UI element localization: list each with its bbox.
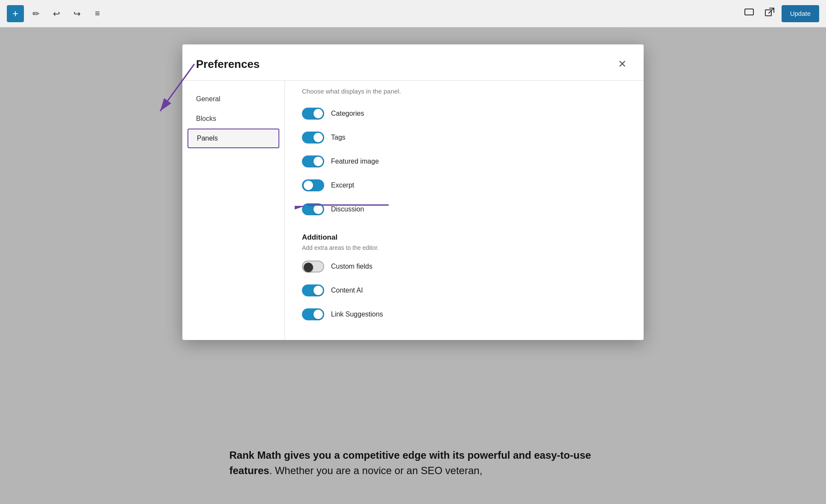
toggle-track-tags [302, 132, 324, 144]
external-link-button[interactable] [761, 5, 778, 22]
preview-icon [744, 9, 754, 18]
toggle-track-custom-fields [302, 261, 324, 273]
featured-image-toggle[interactable] [302, 155, 324, 167]
toggle-track-discussion [302, 203, 324, 215]
preferences-modal: Preferences ✕ General Blocks Panels Choo… [182, 44, 644, 340]
add-button[interactable]: + [7, 5, 24, 22]
additional-heading: Additional [302, 233, 627, 242]
menu-icon: ≡ [95, 9, 100, 18]
custom-fields-toggle[interactable] [302, 261, 324, 273]
modal-overlay: Preferences ✕ General Blocks Panels Choo… [0, 27, 826, 504]
categories-label: Categories [331, 110, 364, 117]
modal-title: Preferences [196, 58, 260, 71]
additional-desc: Add extra areas to the editor. [302, 244, 627, 251]
preview-button[interactable] [741, 5, 758, 22]
modal-body: General Blocks Panels Choose what displa… [182, 81, 644, 340]
external-link-icon [765, 8, 774, 19]
toggle-track-categories [302, 108, 324, 120]
toggle-track-excerpt [302, 179, 324, 191]
toggle-row-excerpt: Excerpt [302, 173, 627, 197]
toggle-row-custom-fields: Custom fields [302, 255, 627, 278]
undo-button[interactable]: ↩ [48, 5, 65, 22]
toggle-row-categories: Categories [302, 102, 627, 126]
content-ai-label: Content AI [331, 287, 363, 294]
pen-button[interactable]: ✏ [27, 5, 44, 22]
toggle-track-content-ai [302, 284, 324, 296]
modal-header: Preferences ✕ [182, 44, 644, 81]
close-icon: ✕ [618, 58, 627, 70]
sidebar-item-panels[interactable]: Panels [187, 129, 279, 148]
modal-close-button[interactable]: ✕ [615, 56, 630, 72]
update-button[interactable]: Update [782, 5, 819, 22]
pen-icon: ✏ [32, 9, 40, 19]
categories-toggle[interactable] [302, 108, 324, 120]
undo-icon: ↩ [53, 9, 60, 19]
content-ai-toggle[interactable] [302, 284, 324, 296]
link-suggestions-toggle[interactable] [302, 308, 324, 320]
tags-toggle[interactable] [302, 132, 324, 144]
excerpt-toggle[interactable] [302, 179, 324, 191]
link-suggestions-label: Link Suggestions [331, 311, 383, 318]
svg-rect-2 [765, 10, 771, 16]
sidebar-item-general[interactable]: General [182, 89, 284, 109]
svg-rect-0 [745, 9, 753, 15]
toggle-row-content-ai: Content AI [302, 278, 627, 302]
custom-fields-label: Custom fields [331, 263, 372, 270]
menu-button[interactable]: ≡ [89, 5, 106, 22]
excerpt-label: Excerpt [331, 182, 354, 189]
toggle-track-link-suggestions [302, 308, 324, 320]
toggle-row-link-suggestions: Link Suggestions [302, 302, 627, 326]
featured-image-label: Featured image [331, 158, 379, 165]
modal-sidebar: General Blocks Panels [182, 81, 285, 340]
redo-icon: ↪ [73, 9, 81, 19]
modal-content: Choose what displays in the panel. Categ… [285, 81, 644, 340]
discussion-label: Discussion [331, 205, 364, 213]
discussion-toggle[interactable] [302, 203, 324, 215]
toolbar: + ✏ ↩ ↪ ≡ U [0, 0, 826, 27]
sidebar-item-blocks[interactable]: Blocks [182, 109, 284, 129]
toggle-row-tags: Tags [302, 126, 627, 149]
toggle-row-featured-image: Featured image [302, 149, 627, 173]
add-icon: + [12, 8, 18, 20]
toolbar-right: Update [741, 5, 819, 22]
toggle-row-discussion: Discussion [302, 197, 627, 221]
tags-label: Tags [331, 134, 346, 141]
toggle-track-featured-image [302, 155, 324, 167]
additional-section: Additional Add extra areas to the editor… [302, 233, 627, 326]
panels-subtitle: Choose what displays in the panel. [302, 81, 627, 102]
redo-button[interactable]: ↪ [68, 5, 85, 22]
